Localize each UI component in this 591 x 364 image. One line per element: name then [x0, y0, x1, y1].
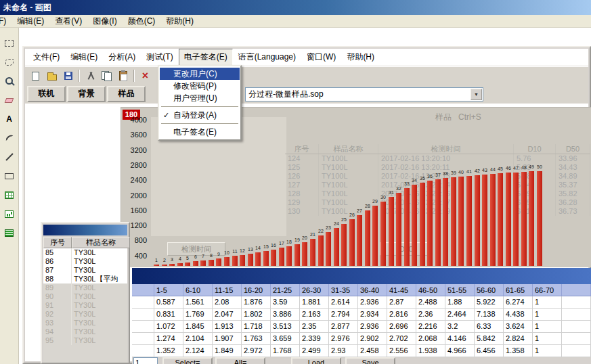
chart-bar	[443, 178, 448, 266]
delete-button[interactable]	[137, 68, 153, 83]
curve-tool-button[interactable]	[2, 131, 17, 145]
line-tool-button[interactable]	[2, 150, 17, 164]
sample-row[interactable]: 88TY30L【平均	[43, 275, 127, 283]
data-row[interactable]: 1.2742.1041.9071.7633.6592.3392.9762.902…	[132, 333, 591, 345]
data-row[interactable]: 0.8311.7692.0471.8023.8862.1632.7942.934…	[132, 309, 591, 321]
chart-bar	[232, 256, 238, 266]
app-menu-test[interactable]: 测试(T)	[141, 49, 178, 66]
app-menu-file[interactable]: 文件(F)	[28, 49, 65, 66]
chart-bar	[513, 173, 519, 266]
column-header[interactable]: 11-15	[213, 284, 242, 296]
column-header[interactable]: 46-50	[416, 284, 445, 296]
column-header[interactable]: 1-5	[154, 284, 183, 296]
paste-button[interactable]	[115, 68, 131, 83]
app-menu-help[interactable]: 帮助(H)	[341, 49, 380, 66]
cut-button[interactable]	[83, 68, 98, 83]
column-header[interactable]: 31-35	[329, 284, 358, 296]
chart-bar	[451, 177, 456, 266]
y-tick-label: 3600	[121, 131, 147, 139]
grid-green-tool-button[interactable]	[2, 187, 17, 202]
open-folder-button[interactable]	[44, 68, 60, 83]
line-icon	[5, 153, 13, 160]
menu-item-1[interactable]: 修改密码(P)	[160, 80, 240, 92]
background-button[interactable]: 背景	[67, 86, 106, 102]
sample-row[interactable]: 86TY30L	[43, 257, 127, 266]
text-icon	[6, 114, 12, 124]
column-header[interactable]: 41-45	[387, 284, 416, 296]
menu-item-2[interactable]: 用户管理(U)	[160, 92, 240, 104]
select-tool-button[interactable]	[2, 36, 17, 51]
paint-menu-help[interactable]: 帮助(H)	[160, 15, 199, 28]
text-tool-button[interactable]	[2, 112, 17, 127]
sample-row[interactable]: 87TY30L	[43, 266, 127, 275]
paint-menu-edit[interactable]: 编辑(E)	[12, 15, 49, 28]
chart-bar	[263, 251, 269, 266]
new-file-button[interactable]	[28, 68, 43, 83]
paint-title-bar[interactable]: 未命名 - 画图	[0, 0, 591, 15]
cell: 2.499	[300, 345, 329, 357]
paint-menu-colors[interactable]: 颜色(C)	[123, 15, 161, 28]
data-row[interactable]: 0.5871.5612.081.8763.591.8812.6142.9362.…	[132, 296, 591, 309]
app-menu-esignature[interactable]: 电子签名(E)	[179, 49, 233, 66]
row-count-input[interactable]	[133, 357, 158, 364]
sop-combobox-value: 分过程-微量样品.sop	[246, 89, 470, 100]
app-menu-analysis[interactable]: 分析(A)	[103, 49, 141, 66]
column-header[interactable]: 6-10	[183, 284, 213, 296]
toolbar-separator	[79, 70, 80, 82]
paint-menu-file[interactable]: 文件(F)	[0, 15, 12, 28]
free-select-tool-button[interactable]	[2, 55, 17, 70]
column-header[interactable]: 61-65	[504, 284, 533, 296]
data-table-title-bar[interactable]	[132, 268, 591, 284]
sample-button[interactable]: 样品	[107, 86, 146, 102]
list-green-tool-button[interactable]	[2, 225, 17, 240]
cell: 1.561	[183, 296, 213, 309]
menu-item-4[interactable]: ✓自动登录(A)	[160, 109, 240, 121]
save-button[interactable]	[60, 68, 76, 83]
column-header[interactable]: 51-55	[445, 284, 475, 296]
menu-item-6[interactable]: 电子签名(E)	[160, 126, 240, 138]
zoom-tool-button[interactable]	[2, 74, 17, 89]
data-row[interactable]: 1.3522.1241.8492.9721.7682.4992.932.4582…	[132, 345, 591, 357]
cell: 2.339	[300, 333, 329, 345]
combo-dropdown-arrow-icon[interactable]: ▼	[470, 89, 482, 100]
chart-bar	[458, 177, 464, 266]
cell: 3.2	[445, 321, 475, 333]
cell: 6.33	[475, 321, 504, 333]
copy-button[interactable]	[99, 68, 114, 83]
chart-green-tool-button[interactable]	[2, 206, 17, 221]
column-header[interactable]: 26-30	[300, 284, 329, 296]
cell: 1.352	[154, 345, 183, 357]
column-header[interactable]: 16-20	[242, 284, 271, 296]
y-tick-label: 3200	[121, 146, 147, 154]
column-header[interactable]: 21-25	[271, 284, 300, 296]
select-button[interactable]: Select=	[162, 357, 213, 364]
data-table-controls: Select= All= Load Save	[132, 357, 591, 364]
column-header[interactable]: 36-40	[358, 284, 387, 296]
chart-bar	[302, 242, 307, 266]
chart-bar	[177, 263, 183, 266]
menu-item-0[interactable]: 更改用户(C)	[160, 68, 240, 80]
sample-list-title-bar[interactable]	[43, 225, 127, 235]
app-menu-language[interactable]: 语言(Language)	[233, 49, 301, 66]
column-header[interactable]: 66-70	[533, 284, 562, 296]
all-button[interactable]: All=	[215, 357, 265, 364]
cell: 2.614	[329, 296, 358, 309]
paint-menu-image[interactable]: 图像(I)	[87, 15, 122, 28]
rectangle-tool-button[interactable]	[2, 168, 17, 183]
sop-combobox[interactable]: 分过程-微量样品.sop ▼	[245, 87, 483, 101]
load-button[interactable]: Load	[291, 357, 341, 364]
cell-cut	[562, 296, 591, 309]
online-button[interactable]: 联机	[27, 86, 66, 102]
save-button[interactable]: Save	[345, 357, 395, 364]
data-row[interactable]: 1.0721.8451.9131.7183.5132.352.8772.9362…	[132, 321, 591, 333]
column-header[interactable]: 56-60	[475, 284, 504, 296]
chart-bar	[435, 179, 441, 266]
cell: 91	[43, 301, 72, 310]
eraser-tool-button[interactable]	[2, 93, 17, 108]
paint-menu-view[interactable]: 查看(V)	[49, 15, 87, 28]
cell: 1	[533, 309, 562, 321]
app-menu-window[interactable]: 窗口(W)	[301, 49, 341, 66]
save-icon	[64, 72, 72, 80]
app-menu-edit[interactable]: 编辑(E)	[65, 49, 103, 66]
sample-row[interactable]: 85TY30L	[43, 248, 127, 257]
